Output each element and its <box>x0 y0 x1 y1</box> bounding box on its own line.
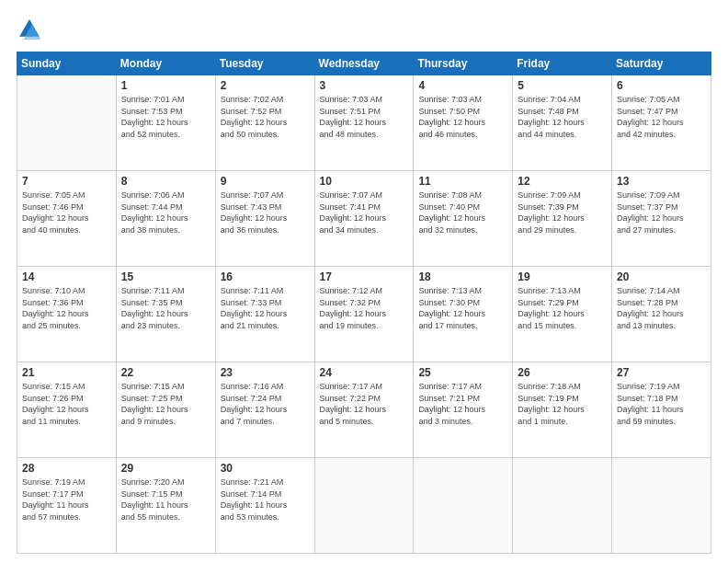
day-number: 10 <box>320 175 409 188</box>
day-info: Sunrise: 7:12 AM Sunset: 7:32 PM Dayligh… <box>320 285 409 331</box>
header <box>17 17 711 42</box>
day-info: Sunrise: 7:16 AM Sunset: 7:24 PM Dayligh… <box>221 381 310 427</box>
day-cell: 29Sunrise: 7:20 AM Sunset: 7:15 PM Dayli… <box>116 458 215 554</box>
day-cell: 7Sunrise: 7:05 AM Sunset: 7:46 PM Daylig… <box>17 171 117 267</box>
day-number: 26 <box>518 366 607 379</box>
day-info: Sunrise: 7:18 AM Sunset: 7:19 PM Dayligh… <box>518 381 607 427</box>
day-info: Sunrise: 7:19 AM Sunset: 7:18 PM Dayligh… <box>617 381 706 427</box>
day-number: 6 <box>617 79 706 92</box>
day-info: Sunrise: 7:01 AM Sunset: 7:53 PM Dayligh… <box>121 94 210 140</box>
day-cell: 8Sunrise: 7:06 AM Sunset: 7:44 PM Daylig… <box>116 171 215 267</box>
weekday-header-saturday: Saturday <box>612 52 711 75</box>
day-cell: 12Sunrise: 7:09 AM Sunset: 7:39 PM Dayli… <box>513 171 612 267</box>
day-number: 4 <box>418 79 507 92</box>
day-info: Sunrise: 7:03 AM Sunset: 7:51 PM Dayligh… <box>320 94 409 140</box>
day-number: 30 <box>221 462 310 475</box>
day-number: 8 <box>121 175 210 188</box>
day-cell: 18Sunrise: 7:13 AM Sunset: 7:30 PM Dayli… <box>414 267 513 362</box>
day-number: 2 <box>221 79 310 92</box>
day-cell: 28Sunrise: 7:19 AM Sunset: 7:17 PM Dayli… <box>17 458 117 554</box>
day-number: 19 <box>518 270 607 283</box>
day-cell: 30Sunrise: 7:21 AM Sunset: 7:14 PM Dayli… <box>215 458 314 554</box>
day-info: Sunrise: 7:15 AM Sunset: 7:25 PM Dayligh… <box>121 381 210 427</box>
day-info: Sunrise: 7:11 AM Sunset: 7:35 PM Dayligh… <box>121 285 210 331</box>
day-cell: 13Sunrise: 7:09 AM Sunset: 7:37 PM Dayli… <box>612 171 711 267</box>
day-info: Sunrise: 7:19 AM Sunset: 7:17 PM Dayligh… <box>22 477 111 523</box>
day-cell: 26Sunrise: 7:18 AM Sunset: 7:19 PM Dayli… <box>513 362 612 458</box>
day-number: 24 <box>320 366 409 379</box>
weekday-header-tuesday: Tuesday <box>215 52 314 75</box>
day-cell: 5Sunrise: 7:04 AM Sunset: 7:48 PM Daylig… <box>513 75 612 171</box>
day-number: 23 <box>221 366 310 379</box>
day-cell: 21Sunrise: 7:15 AM Sunset: 7:26 PM Dayli… <box>17 362 117 458</box>
day-cell: 1Sunrise: 7:01 AM Sunset: 7:53 PM Daylig… <box>116 75 215 171</box>
day-number: 29 <box>121 462 210 475</box>
day-cell: 9Sunrise: 7:07 AM Sunset: 7:43 PM Daylig… <box>215 171 314 267</box>
day-info: Sunrise: 7:20 AM Sunset: 7:15 PM Dayligh… <box>121 477 210 523</box>
day-info: Sunrise: 7:09 AM Sunset: 7:37 PM Dayligh… <box>617 190 706 236</box>
day-info: Sunrise: 7:11 AM Sunset: 7:33 PM Dayligh… <box>221 285 310 331</box>
week-row-1: 1Sunrise: 7:01 AM Sunset: 7:53 PM Daylig… <box>17 75 711 171</box>
day-cell: 10Sunrise: 7:07 AM Sunset: 7:41 PM Dayli… <box>314 171 414 267</box>
day-info: Sunrise: 7:05 AM Sunset: 7:46 PM Dayligh… <box>22 190 111 236</box>
day-cell: 11Sunrise: 7:08 AM Sunset: 7:40 PM Dayli… <box>414 171 513 267</box>
page: SundayMondayTuesdayWednesdayThursdayFrid… <box>0 0 728 563</box>
day-number: 7 <box>22 175 111 188</box>
day-info: Sunrise: 7:14 AM Sunset: 7:28 PM Dayligh… <box>617 285 706 331</box>
day-cell: 3Sunrise: 7:03 AM Sunset: 7:51 PM Daylig… <box>314 75 414 171</box>
day-number: 3 <box>320 79 409 92</box>
day-number: 18 <box>418 270 507 283</box>
day-number: 13 <box>617 175 706 188</box>
day-number: 14 <box>22 270 111 283</box>
day-info: Sunrise: 7:07 AM Sunset: 7:41 PM Dayligh… <box>320 190 409 236</box>
day-number: 15 <box>121 270 210 283</box>
day-cell: 27Sunrise: 7:19 AM Sunset: 7:18 PM Dayli… <box>612 362 711 458</box>
day-cell <box>17 75 117 171</box>
day-cell: 23Sunrise: 7:16 AM Sunset: 7:24 PM Dayli… <box>215 362 314 458</box>
day-info: Sunrise: 7:09 AM Sunset: 7:39 PM Dayligh… <box>518 190 607 236</box>
day-info: Sunrise: 7:03 AM Sunset: 7:50 PM Dayligh… <box>418 94 507 140</box>
day-cell: 2Sunrise: 7:02 AM Sunset: 7:52 PM Daylig… <box>215 75 314 171</box>
weekday-header-wednesday: Wednesday <box>314 52 414 75</box>
day-cell: 19Sunrise: 7:13 AM Sunset: 7:29 PM Dayli… <box>513 267 612 362</box>
day-number: 17 <box>320 270 409 283</box>
week-row-2: 7Sunrise: 7:05 AM Sunset: 7:46 PM Daylig… <box>17 171 711 267</box>
day-cell: 15Sunrise: 7:11 AM Sunset: 7:35 PM Dayli… <box>116 267 215 362</box>
week-row-3: 14Sunrise: 7:10 AM Sunset: 7:36 PM Dayli… <box>17 267 711 362</box>
day-info: Sunrise: 7:17 AM Sunset: 7:21 PM Dayligh… <box>418 381 507 427</box>
day-cell: 24Sunrise: 7:17 AM Sunset: 7:22 PM Dayli… <box>314 362 414 458</box>
calendar-table: SundayMondayTuesdayWednesdayThursdayFrid… <box>17 52 711 554</box>
weekday-header-friday: Friday <box>513 52 612 75</box>
weekday-header-monday: Monday <box>116 52 215 75</box>
weekday-header-row: SundayMondayTuesdayWednesdayThursdayFrid… <box>17 52 711 75</box>
day-cell: 6Sunrise: 7:05 AM Sunset: 7:47 PM Daylig… <box>612 75 711 171</box>
day-number: 21 <box>22 366 111 379</box>
day-info: Sunrise: 7:02 AM Sunset: 7:52 PM Dayligh… <box>221 94 310 140</box>
day-info: Sunrise: 7:07 AM Sunset: 7:43 PM Dayligh… <box>221 190 310 236</box>
day-info: Sunrise: 7:04 AM Sunset: 7:48 PM Dayligh… <box>518 94 607 140</box>
day-info: Sunrise: 7:06 AM Sunset: 7:44 PM Dayligh… <box>121 190 210 236</box>
day-cell <box>612 458 711 554</box>
day-cell: 17Sunrise: 7:12 AM Sunset: 7:32 PM Dayli… <box>314 267 414 362</box>
day-number: 20 <box>617 270 706 283</box>
day-cell <box>414 458 513 554</box>
day-cell: 20Sunrise: 7:14 AM Sunset: 7:28 PM Dayli… <box>612 267 711 362</box>
day-cell: 25Sunrise: 7:17 AM Sunset: 7:21 PM Dayli… <box>414 362 513 458</box>
day-info: Sunrise: 7:08 AM Sunset: 7:40 PM Dayligh… <box>418 190 507 236</box>
day-info: Sunrise: 7:10 AM Sunset: 7:36 PM Dayligh… <box>22 285 111 331</box>
day-cell: 16Sunrise: 7:11 AM Sunset: 7:33 PM Dayli… <box>215 267 314 362</box>
day-number: 27 <box>617 366 706 379</box>
day-number: 5 <box>518 79 607 92</box>
week-row-4: 21Sunrise: 7:15 AM Sunset: 7:26 PM Dayli… <box>17 362 711 458</box>
day-number: 9 <box>221 175 310 188</box>
day-info: Sunrise: 7:13 AM Sunset: 7:29 PM Dayligh… <box>518 285 607 331</box>
day-cell <box>314 458 414 554</box>
logo-icon <box>17 17 42 42</box>
day-number: 12 <box>518 175 607 188</box>
day-cell <box>513 458 612 554</box>
weekday-header-sunday: Sunday <box>17 52 117 75</box>
day-cell: 22Sunrise: 7:15 AM Sunset: 7:25 PM Dayli… <box>116 362 215 458</box>
day-info: Sunrise: 7:05 AM Sunset: 7:47 PM Dayligh… <box>617 94 706 140</box>
day-number: 25 <box>418 366 507 379</box>
day-number: 28 <box>22 462 111 475</box>
